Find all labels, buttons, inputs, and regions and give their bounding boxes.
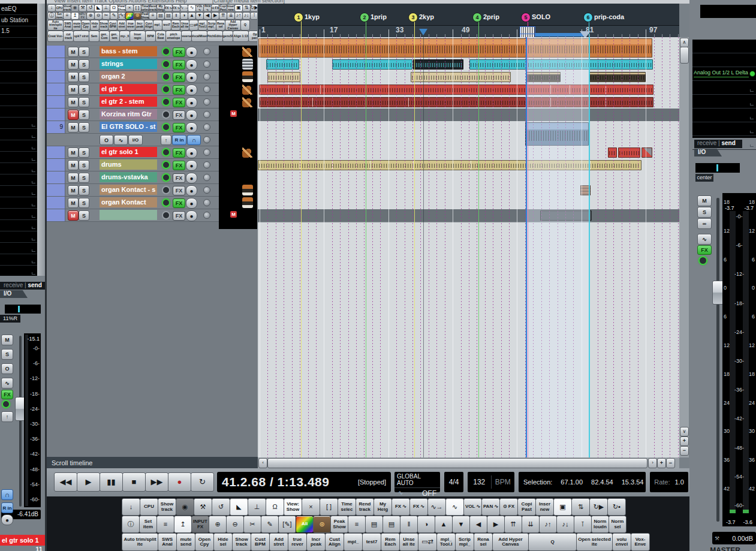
track-power-button[interactable] bbox=[162, 110, 170, 119]
stretch-icon[interactable]: ∿→ bbox=[427, 498, 446, 516]
toolbar-button-cust-align[interactable]: Cust Align bbox=[144, 20, 153, 31]
right-icon[interactable]: ▶ bbox=[487, 516, 505, 533]
track-power-button[interactable] bbox=[162, 85, 170, 94]
toolbar-button-sem[interactable]: Sem bbox=[89, 31, 100, 42]
record-arm-button[interactable]: ● bbox=[186, 110, 197, 121]
power-button[interactable] bbox=[2, 400, 10, 408]
all-media-button[interactable]: All bbox=[296, 516, 314, 533]
fx-empty-slot[interactable] bbox=[0, 254, 37, 266]
fx-empty-slot[interactable] bbox=[0, 140, 37, 152]
track-name[interactable]: organ Kontact - s bbox=[100, 185, 157, 195]
fx-empty-slot[interactable] bbox=[0, 220, 37, 231]
toolbar-button-unse-all-ite[interactable]: Unse all ite bbox=[399, 533, 418, 551]
toolbar-button-mpl-tool-l[interactable]: mpl_ Tool.l bbox=[198, 20, 207, 31]
media-item[interactable] bbox=[589, 72, 646, 82]
media-item[interactable] bbox=[540, 210, 592, 221]
envelope-icon[interactable]: ∿ bbox=[445, 498, 464, 516]
up-icon[interactable]: ▲ bbox=[435, 516, 453, 533]
pencil-box-icon[interactable]: [✎] bbox=[278, 516, 296, 533]
toolbar-button-copi-past[interactable]: Copi Past bbox=[517, 498, 536, 516]
eye-sliders-icon[interactable]: ⇅ bbox=[242, 4, 251, 12]
fx-empty-slot[interactable] bbox=[0, 83, 37, 95]
zoom-out-icon[interactable]: ⊖ bbox=[94, 12, 103, 20]
track-fx-button[interactable]: FX bbox=[173, 73, 185, 82]
pitch-up-icon[interactable]: ♪↑ bbox=[539, 516, 557, 533]
mute-button[interactable]: M bbox=[68, 122, 79, 133]
magnet-icon[interactable]: Ω bbox=[110, 4, 118, 12]
record-arm-button[interactable]: ● bbox=[186, 210, 197, 221]
disc-icon[interactable]: ◉ bbox=[71, 4, 79, 12]
solo-button[interactable]: S bbox=[79, 97, 89, 107]
toolbar-button-inser-new[interactable]: Inser new bbox=[535, 498, 554, 516]
toolbar-button-view-show[interactable]: View: Show bbox=[118, 4, 126, 12]
fx-button[interactable]: FX bbox=[1, 390, 13, 399]
timesig-display[interactable]: 4/4 bbox=[444, 472, 463, 492]
solo-button[interactable]: S bbox=[79, 198, 89, 208]
timer-icon[interactable]: ◑ bbox=[417, 516, 435, 533]
scissors-icon[interactable]: ✂ bbox=[102, 12, 110, 20]
toolbar-button-time-selec[interactable]: Time selec bbox=[141, 4, 149, 12]
envelope-button[interactable]: ∿ bbox=[114, 135, 128, 145]
pan-knob[interactable] bbox=[203, 149, 210, 156]
zoom-cross-icon[interactable]: × bbox=[125, 4, 134, 12]
media-item[interactable] bbox=[259, 97, 653, 107]
brackets-icon[interactable]: [ ] bbox=[320, 498, 338, 516]
hzoom-out-button[interactable]: − bbox=[666, 458, 675, 468]
pan-knob[interactable] bbox=[203, 199, 210, 206]
monitor-headphones-button[interactable]: ∩ bbox=[187, 135, 201, 145]
media-item[interactable] bbox=[580, 185, 591, 195]
solo-button[interactable]: S bbox=[79, 85, 89, 95]
chevron-up-icon[interactable]: ⇈ bbox=[504, 516, 522, 533]
fx-empty-slot[interactable] bbox=[0, 243, 37, 254]
solo-button[interactable]: S bbox=[79, 210, 89, 221]
track-name[interactable]: strings bbox=[100, 59, 157, 69]
vzoom-in-button[interactable]: + bbox=[680, 436, 689, 446]
doc2-icon[interactable]: ▤ bbox=[382, 516, 400, 533]
toolbar-button-true-rever[interactable]: true rever bbox=[288, 533, 307, 551]
fx-empty-slot[interactable] bbox=[0, 209, 37, 220]
track-fx-button[interactable]: FX bbox=[173, 161, 185, 170]
envelope-button[interactable]: ∿ bbox=[697, 234, 712, 245]
toolbar-button-set-item[interactable]: Set item bbox=[55, 12, 64, 20]
toolbar-button-copi-past[interactable]: Copi Past bbox=[219, 4, 227, 12]
undo-icon[interactable]: ↺ bbox=[86, 4, 95, 12]
magnet-icon[interactable]: Ω bbox=[266, 498, 284, 516]
track-name[interactable]: organ Kontact bbox=[100, 197, 157, 207]
fx-panel-scrollbar[interactable] bbox=[37, 4, 45, 276]
toolbar-button-mpl-[interactable]: mpl_ bbox=[344, 533, 363, 551]
toolbar-button-scrip-mpl-[interactable]: Scrip mpl_ bbox=[455, 533, 474, 551]
record-arm-button[interactable]: ● bbox=[186, 72, 197, 83]
media-item[interactable] bbox=[267, 72, 300, 82]
toolbar-button-vocalmixer[interactable]: VocalMixer bbox=[191, 31, 207, 42]
solo-button[interactable]: S bbox=[697, 207, 712, 218]
toolbar-button-rem-each[interactable]: Rem Each bbox=[381, 533, 400, 551]
zoom-cross-icon[interactable]: × bbox=[302, 498, 320, 516]
fx-empty-slot[interactable] bbox=[0, 129, 37, 140]
mute-button[interactable]: M bbox=[68, 173, 79, 183]
solo-button[interactable]: S bbox=[79, 72, 89, 82]
toolbar-button-cola-beat[interactable]: Cola Beat bbox=[155, 31, 166, 42]
pause-button[interactable]: ▮▮ bbox=[100, 472, 123, 492]
record-arm-button[interactable]: ● bbox=[186, 173, 197, 183]
mute-button[interactable]: M bbox=[68, 160, 79, 170]
fx-empty-slot[interactable] bbox=[0, 197, 37, 209]
toolbar-button-hide-sel[interactable]: Hide sel bbox=[90, 20, 100, 31]
media-item[interactable] bbox=[259, 85, 653, 95]
pan-knob[interactable] bbox=[203, 73, 210, 80]
track-power-button[interactable] bbox=[162, 123, 170, 131]
track-power-button[interactable] bbox=[162, 198, 170, 207]
hzoom-in-button[interactable]: + bbox=[657, 458, 666, 468]
fx-empty-slot[interactable] bbox=[0, 26, 37, 38]
palette-icon[interactable]: ⊛ bbox=[313, 516, 331, 533]
toolbar-button-norm-sel[interactable]: Norm sel bbox=[609, 516, 627, 533]
plumb-icon[interactable]: ⊥ bbox=[248, 498, 266, 516]
mixer-track-name[interactable]: el gtr solo 1 bbox=[0, 535, 45, 546]
forward-button[interactable]: ▶▶ bbox=[145, 472, 168, 492]
time-display[interactable]: 41.2.68 / 1:13.489 [Stopped] bbox=[217, 472, 391, 492]
record-arm-button[interactable]: ● bbox=[1, 514, 13, 525]
io-button[interactable]: I/O bbox=[128, 135, 143, 145]
solo-button[interactable]: S bbox=[79, 47, 89, 57]
fx-empty-slot[interactable] bbox=[0, 95, 37, 106]
vscroll-thumb[interactable] bbox=[680, 47, 689, 64]
toolbar-button-add-stret[interactable]: Add stret bbox=[269, 533, 288, 551]
